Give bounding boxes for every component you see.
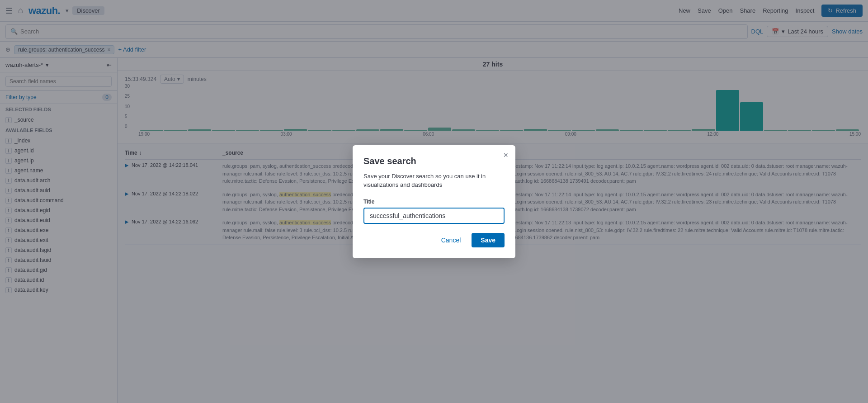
modal-overlay: × Save search Save your Discover search … [0,0,868,403]
modal-title: Save search [363,156,505,166]
modal-title-input[interactable] [363,208,505,224]
modal-close-button[interactable]: × [503,151,508,160]
modal-field-label: Title [363,199,505,205]
modal-description: Save your Discover search so you can use… [363,172,505,190]
save-search-modal: × Save search Save your Discover search … [353,145,515,258]
modal-save-button[interactable]: Save [472,233,505,247]
modal-cancel-button[interactable]: Cancel [436,233,467,247]
modal-actions: Cancel Save [363,233,505,247]
